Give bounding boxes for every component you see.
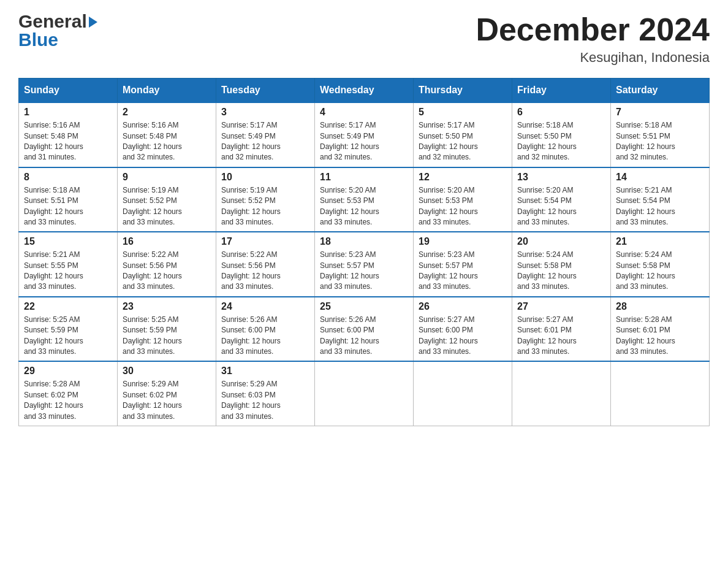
day-info: Sunrise: 5:26 AMSunset: 6:00 PMDaylight:… bbox=[320, 315, 408, 358]
day-info: Sunrise: 5:24 AMSunset: 5:58 PMDaylight:… bbox=[616, 250, 704, 293]
day-number: 1 bbox=[24, 107, 112, 118]
header-tuesday: Tuesday bbox=[216, 79, 315, 103]
day-number: 15 bbox=[24, 236, 112, 247]
day-number: 7 bbox=[616, 107, 704, 118]
day-info: Sunrise: 5:20 AMSunset: 5:53 PMDaylight:… bbox=[419, 185, 507, 228]
calendar-cell: 18Sunrise: 5:23 AMSunset: 5:57 PMDayligh… bbox=[315, 232, 414, 297]
day-info: Sunrise: 5:16 AMSunset: 5:48 PMDaylight:… bbox=[123, 120, 211, 163]
calendar-cell: 23Sunrise: 5:25 AMSunset: 5:59 PMDayligh… bbox=[118, 297, 216, 362]
day-info: Sunrise: 5:27 AMSunset: 6:01 PMDaylight:… bbox=[517, 315, 605, 358]
calendar-cell: 13Sunrise: 5:20 AMSunset: 5:54 PMDayligh… bbox=[512, 167, 611, 232]
day-info: Sunrise: 5:21 AMSunset: 5:55 PMDaylight:… bbox=[24, 250, 112, 293]
day-info: Sunrise: 5:28 AMSunset: 6:01 PMDaylight:… bbox=[616, 315, 704, 358]
day-info: Sunrise: 5:29 AMSunset: 6:03 PMDaylight:… bbox=[221, 379, 309, 422]
calendar-cell: 2Sunrise: 5:16 AMSunset: 5:48 PMDaylight… bbox=[118, 102, 216, 167]
day-info: Sunrise: 5:20 AMSunset: 5:53 PMDaylight:… bbox=[320, 185, 408, 228]
day-number: 21 bbox=[616, 236, 704, 247]
calendar-table: SundayMondayTuesdayWednesdayThursdayFrid… bbox=[18, 78, 710, 426]
day-number: 13 bbox=[517, 172, 605, 183]
day-number: 29 bbox=[24, 366, 112, 377]
logo: General Blue bbox=[18, 12, 97, 50]
day-info: Sunrise: 5:19 AMSunset: 5:52 PMDaylight:… bbox=[123, 185, 211, 228]
week-row-5: 29Sunrise: 5:28 AMSunset: 6:02 PMDayligh… bbox=[19, 361, 710, 426]
day-number: 20 bbox=[517, 236, 605, 247]
week-row-2: 8Sunrise: 5:18 AMSunset: 5:51 PMDaylight… bbox=[19, 167, 710, 232]
day-info: Sunrise: 5:24 AMSunset: 5:58 PMDaylight:… bbox=[517, 250, 605, 293]
day-number: 24 bbox=[221, 301, 309, 312]
day-info: Sunrise: 5:18 AMSunset: 5:50 PMDaylight:… bbox=[517, 120, 605, 163]
day-info: Sunrise: 5:22 AMSunset: 5:56 PMDaylight:… bbox=[123, 250, 211, 293]
header-sunday: Sunday bbox=[19, 79, 118, 103]
day-info: Sunrise: 5:27 AMSunset: 6:00 PMDaylight:… bbox=[419, 315, 507, 358]
day-number: 31 bbox=[221, 366, 309, 377]
header-thursday: Thursday bbox=[414, 79, 512, 103]
day-number: 3 bbox=[221, 107, 309, 118]
day-info: Sunrise: 5:16 AMSunset: 5:48 PMDaylight:… bbox=[24, 120, 112, 163]
calendar-cell: 7Sunrise: 5:18 AMSunset: 5:51 PMDaylight… bbox=[611, 102, 710, 167]
calendar-cell bbox=[512, 361, 611, 426]
day-number: 6 bbox=[517, 107, 605, 118]
day-info: Sunrise: 5:23 AMSunset: 5:57 PMDaylight:… bbox=[419, 250, 507, 293]
day-info: Sunrise: 5:25 AMSunset: 5:59 PMDaylight:… bbox=[123, 315, 211, 358]
day-info: Sunrise: 5:17 AMSunset: 5:50 PMDaylight:… bbox=[419, 120, 507, 163]
day-info: Sunrise: 5:17 AMSunset: 5:49 PMDaylight:… bbox=[221, 120, 309, 163]
day-number: 30 bbox=[123, 366, 211, 377]
calendar-cell bbox=[611, 361, 710, 426]
calendar-cell: 25Sunrise: 5:26 AMSunset: 6:00 PMDayligh… bbox=[315, 297, 414, 362]
day-info: Sunrise: 5:26 AMSunset: 6:00 PMDaylight:… bbox=[221, 315, 309, 358]
day-number: 11 bbox=[320, 172, 408, 183]
day-number: 8 bbox=[24, 172, 112, 183]
day-number: 17 bbox=[221, 236, 309, 247]
logo-arrow-icon bbox=[89, 17, 97, 28]
month-title: December 2024 bbox=[476, 12, 710, 47]
calendar-cell: 3Sunrise: 5:17 AMSunset: 5:49 PMDaylight… bbox=[216, 102, 315, 167]
day-number: 9 bbox=[123, 172, 211, 183]
calendar-cell: 10Sunrise: 5:19 AMSunset: 5:52 PMDayligh… bbox=[216, 167, 315, 232]
day-number: 28 bbox=[616, 301, 704, 312]
week-row-4: 22Sunrise: 5:25 AMSunset: 5:59 PMDayligh… bbox=[19, 297, 710, 362]
day-info: Sunrise: 5:28 AMSunset: 6:02 PMDaylight:… bbox=[24, 379, 112, 422]
day-number: 5 bbox=[419, 107, 507, 118]
day-number: 18 bbox=[320, 236, 408, 247]
day-number: 14 bbox=[616, 172, 704, 183]
calendar-cell: 19Sunrise: 5:23 AMSunset: 5:57 PMDayligh… bbox=[414, 232, 512, 297]
calendar-cell: 27Sunrise: 5:27 AMSunset: 6:01 PMDayligh… bbox=[512, 297, 611, 362]
day-number: 26 bbox=[419, 301, 507, 312]
day-number: 2 bbox=[123, 107, 211, 118]
calendar-cell: 9Sunrise: 5:19 AMSunset: 5:52 PMDaylight… bbox=[118, 167, 216, 232]
calendar-cell: 31Sunrise: 5:29 AMSunset: 6:03 PMDayligh… bbox=[216, 361, 315, 426]
calendar-cell bbox=[315, 361, 414, 426]
day-number: 10 bbox=[221, 172, 309, 183]
logo-general: General bbox=[18, 12, 87, 31]
calendar-cell: 16Sunrise: 5:22 AMSunset: 5:56 PMDayligh… bbox=[118, 232, 216, 297]
day-number: 23 bbox=[123, 301, 211, 312]
calendar-header-row: SundayMondayTuesdayWednesdayThursdayFrid… bbox=[19, 79, 710, 103]
day-number: 12 bbox=[419, 172, 507, 183]
logo-blue: Blue bbox=[18, 29, 97, 50]
day-info: Sunrise: 5:17 AMSunset: 5:49 PMDaylight:… bbox=[320, 120, 408, 163]
day-info: Sunrise: 5:19 AMSunset: 5:52 PMDaylight:… bbox=[221, 185, 309, 228]
day-info: Sunrise: 5:20 AMSunset: 5:54 PMDaylight:… bbox=[517, 185, 605, 228]
calendar-cell: 14Sunrise: 5:21 AMSunset: 5:54 PMDayligh… bbox=[611, 167, 710, 232]
calendar-cell: 11Sunrise: 5:20 AMSunset: 5:53 PMDayligh… bbox=[315, 167, 414, 232]
day-info: Sunrise: 5:22 AMSunset: 5:56 PMDaylight:… bbox=[221, 250, 309, 293]
calendar-cell: 4Sunrise: 5:17 AMSunset: 5:49 PMDaylight… bbox=[315, 102, 414, 167]
logo-text: General Blue bbox=[18, 12, 97, 50]
calendar-cell: 21Sunrise: 5:24 AMSunset: 5:58 PMDayligh… bbox=[611, 232, 710, 297]
day-info: Sunrise: 5:25 AMSunset: 5:59 PMDaylight:… bbox=[24, 315, 112, 358]
calendar-cell: 29Sunrise: 5:28 AMSunset: 6:02 PMDayligh… bbox=[19, 361, 118, 426]
day-info: Sunrise: 5:21 AMSunset: 5:54 PMDaylight:… bbox=[616, 185, 704, 228]
calendar-cell bbox=[414, 361, 512, 426]
header-wednesday: Wednesday bbox=[315, 79, 414, 103]
calendar-cell: 28Sunrise: 5:28 AMSunset: 6:01 PMDayligh… bbox=[611, 297, 710, 362]
day-info: Sunrise: 5:23 AMSunset: 5:57 PMDaylight:… bbox=[320, 250, 408, 293]
day-info: Sunrise: 5:18 AMSunset: 5:51 PMDaylight:… bbox=[24, 185, 112, 228]
day-info: Sunrise: 5:18 AMSunset: 5:51 PMDaylight:… bbox=[616, 120, 704, 163]
day-number: 22 bbox=[24, 301, 112, 312]
header-saturday: Saturday bbox=[611, 79, 710, 103]
calendar-cell: 20Sunrise: 5:24 AMSunset: 5:58 PMDayligh… bbox=[512, 232, 611, 297]
calendar-cell: 1Sunrise: 5:16 AMSunset: 5:48 PMDaylight… bbox=[19, 102, 118, 167]
day-number: 27 bbox=[517, 301, 605, 312]
page-header: General Blue December 2024 Kesugihan, In… bbox=[18, 12, 710, 66]
calendar-cell: 8Sunrise: 5:18 AMSunset: 5:51 PMDaylight… bbox=[19, 167, 118, 232]
